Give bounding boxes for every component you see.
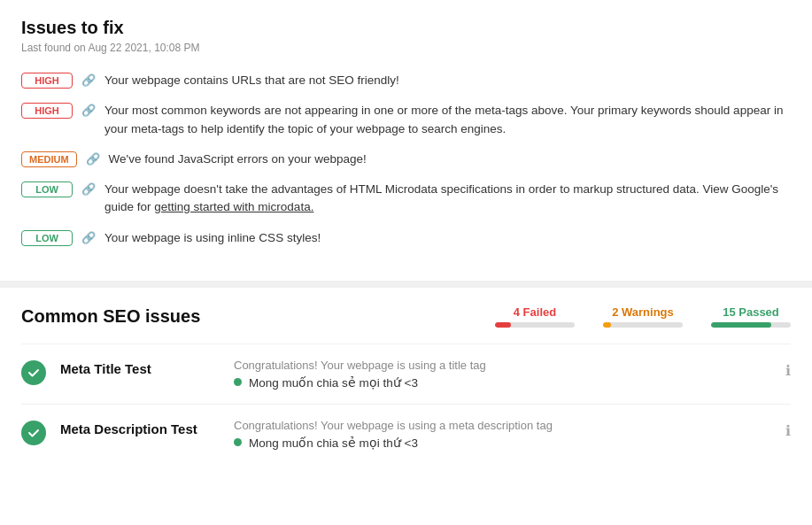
- link-icon: 🔗: [81, 182, 96, 196]
- issue-text: We've found JavaScript errors on your we…: [109, 151, 367, 168]
- test-row: Meta Title TestCongratulations! Your web…: [21, 344, 791, 404]
- badge-low: LOW: [21, 230, 73, 246]
- badge-medium: MEDIUM: [21, 151, 77, 167]
- warnings-bar-fill: [603, 322, 611, 328]
- issue-row: HIGH🔗Your most common keywords are not a…: [21, 102, 791, 138]
- issue-row: LOW🔗Your webpage is using inline CSS sty…: [21, 229, 791, 247]
- check-circle-icon: [21, 360, 46, 385]
- issues-section: Issues to fix Last found on Aug 22 2021,…: [0, 0, 812, 288]
- issues-subtitle: Last found on Aug 22 2021, 10:08 PM: [21, 42, 791, 54]
- seo-section: Common SEO issues 4 Failed 2 Warnings 15…: [0, 288, 812, 464]
- issue-text: Your webpage is using inline CSS styles!: [104, 229, 321, 247]
- link-icon: 🔗: [81, 104, 96, 117]
- issue-text: Your webpage doesn't take the advantages…: [104, 181, 791, 217]
- stat-failed: 4 Failed: [495, 305, 575, 328]
- test-result-label: Congratulations! Your webpage is using a…: [234, 419, 771, 432]
- warnings-label: 2 Warnings: [612, 305, 674, 319]
- test-row: Meta Description TestCongratulations! Yo…: [21, 404, 791, 464]
- warnings-bar: [603, 322, 683, 328]
- test-value: Mong muốn chia sẻ mọi thứ <3: [249, 375, 418, 390]
- issues-title: Issues to fix: [21, 18, 791, 38]
- link-icon: 🔗: [81, 73, 96, 87]
- failed-bar-fill: [495, 322, 511, 328]
- badge-low: LOW: [21, 181, 73, 197]
- stat-warnings: 2 Warnings: [603, 305, 683, 328]
- green-dot-icon: [234, 378, 242, 386]
- info-icon[interactable]: ℹ: [785, 362, 791, 379]
- issue-row: MEDIUM🔗We've found JavaScript errors on …: [21, 151, 791, 168]
- badge-high: HIGH: [21, 103, 73, 119]
- passed-label: 15 Passed: [723, 305, 779, 319]
- passed-bar-fill: [711, 322, 771, 328]
- tests-list: Meta Title TestCongratulations! Your web…: [21, 344, 791, 464]
- badge-high: HIGH: [21, 73, 73, 89]
- link-icon: 🔗: [86, 152, 100, 166]
- issue-row: LOW🔗Your webpage doesn't take the advant…: [21, 181, 791, 217]
- seo-stats: 4 Failed 2 Warnings 15 Passed: [495, 305, 791, 328]
- test-value: Mong muốn chia sẻ mọi thứ <3: [249, 436, 418, 450]
- green-dot-icon: [234, 438, 242, 446]
- issue-text: Your webpage contains URLs that are not …: [104, 72, 399, 89]
- test-content: Congratulations! Your webpage is using a…: [234, 419, 771, 450]
- info-icon[interactable]: ℹ: [785, 422, 791, 439]
- issues-list: HIGH🔗Your webpage contains URLs that are…: [21, 72, 791, 247]
- failed-bar: [495, 322, 575, 328]
- test-result-label: Congratulations! Your webpage is using a…: [234, 359, 771, 372]
- issue-text: Your most common keywords are not appear…: [104, 102, 791, 138]
- test-value-row: Mong muốn chia sẻ mọi thứ <3: [234, 375, 771, 390]
- failed-label: 4 Failed: [514, 305, 556, 319]
- stat-passed: 15 Passed: [711, 305, 791, 328]
- link-icon: 🔗: [81, 231, 96, 244]
- check-circle-icon: [21, 421, 46, 445]
- test-content: Congratulations! Your webpage is using a…: [234, 359, 771, 390]
- seo-header: Common SEO issues 4 Failed 2 Warnings 15…: [21, 305, 791, 328]
- test-name: Meta Title Test: [60, 359, 220, 376]
- passed-bar: [711, 322, 791, 328]
- issue-row: HIGH🔗Your webpage contains URLs that are…: [21, 72, 791, 89]
- microdata-link[interactable]: getting started with microdata.: [154, 200, 313, 213]
- test-name: Meta Description Test: [60, 419, 220, 436]
- test-value-row: Mong muốn chia sẻ mọi thứ <3: [234, 436, 771, 450]
- seo-title: Common SEO issues: [21, 306, 200, 327]
